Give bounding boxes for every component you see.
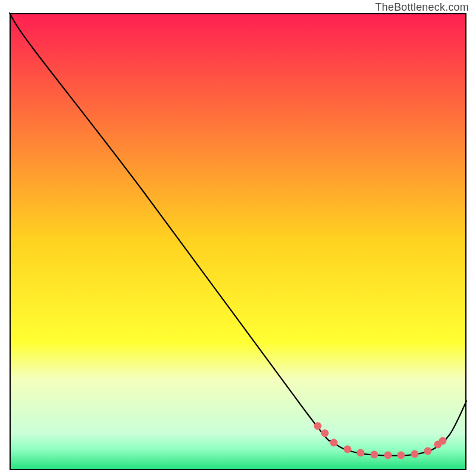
- marker-dot: [357, 449, 365, 457]
- marker-dot: [397, 452, 405, 459]
- chart-container: TheBottleneck.com: [0, 0, 476, 476]
- marker-dot: [314, 422, 322, 430]
- plot-area: [10, 13, 466, 470]
- marker-dot: [371, 451, 378, 459]
- curve-layer: [10, 13, 466, 470]
- marker-dot: [384, 452, 392, 459]
- watermark-label: TheBottleneck.com: [375, 1, 469, 14]
- marker-dot: [439, 437, 447, 445]
- bottleneck-curve: [10, 13, 466, 456]
- marker-dot: [424, 447, 432, 455]
- marker-dot: [321, 430, 329, 437]
- marker-dot: [330, 439, 338, 447]
- threshold-markers: [314, 422, 447, 459]
- marker-dot: [344, 446, 352, 453]
- marker-dot: [411, 450, 419, 458]
